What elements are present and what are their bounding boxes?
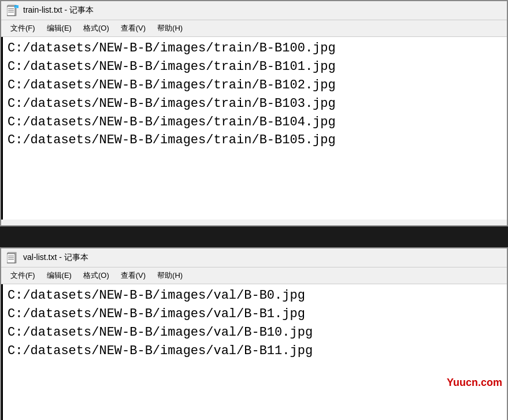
menu-format-train[interactable]: 格式(O) <box>79 22 114 35</box>
menu-bar-val: 文件(F) 编辑(E) 格式(O) 查看(V) 帮助(H) <box>1 267 507 284</box>
menu-help-train[interactable]: 帮助(H) <box>153 22 187 35</box>
menu-file-train[interactable]: 文件(F) <box>6 22 40 35</box>
file-line-val-3: C:/datasets/NEW-B-B/images/val/B-B11.jpg <box>8 342 505 360</box>
notepad-window-val: val-list.txt - 记事本 文件(F) 编辑(E) 格式(O) 查看(… <box>0 247 508 420</box>
file-line-train-1: C:/datasets/NEW-B-B/images/train/B-B101.… <box>8 58 505 76</box>
title-text-val: val-list.txt - 记事本 <box>23 252 88 263</box>
file-line-val-2: C:/datasets/NEW-B-B/images/val/B-B10.jpg <box>8 324 505 342</box>
notepad-icon-val <box>7 252 18 263</box>
menu-bar-train: 文件(F) 编辑(E) 格式(O) 查看(V) 帮助(H) <box>1 20 507 37</box>
title-text-train: train-list.txt - 记事本 <box>23 5 94 16</box>
svg-rect-10 <box>7 254 15 263</box>
menu-view-train[interactable]: 查看(V) <box>116 22 150 35</box>
menu-view-val[interactable]: 查看(V) <box>116 269 150 282</box>
svg-rect-2 <box>7 6 15 16</box>
content-area-train: C:/datasets/NEW-B-B/images/train/B-B100.… <box>1 37 507 220</box>
file-line-val-1: C:/datasets/NEW-B-B/images/val/B-B1.jpg <box>8 305 505 324</box>
menu-help-val[interactable]: 帮助(H) <box>153 269 187 282</box>
menu-edit-val[interactable]: 编辑(E) <box>42 269 76 282</box>
menu-file-val[interactable]: 文件(F) <box>6 269 40 282</box>
menu-edit-train[interactable]: 编辑(E) <box>42 22 76 35</box>
file-line-train-3: C:/datasets/NEW-B-B/images/train/B-B103.… <box>8 95 505 113</box>
separator <box>0 226 508 238</box>
title-bar-train: ✏ train-list.txt - 记事本 <box>1 1 507 20</box>
content-area-val: C:/datasets/NEW-B-B/images/val/B-B0.jpg … <box>1 284 507 420</box>
file-line-val-0: C:/datasets/NEW-B-B/images/val/B-B0.jpg <box>8 287 505 305</box>
menu-format-val[interactable]: 格式(O) <box>79 269 114 282</box>
file-line-train-4: C:/datasets/NEW-B-B/images/train/B-B104.… <box>8 113 505 132</box>
notepad-icon-train: ✏ <box>7 5 18 16</box>
file-line-train-0: C:/datasets/NEW-B-B/images/train/B-B100.… <box>8 39 505 58</box>
file-line-train-5: C:/datasets/NEW-B-B/images/train/B-B105.… <box>8 131 505 150</box>
watermark: Yuucn.com <box>447 377 502 389</box>
notepad-window-train: ✏ train-list.txt - 记事本 文件(F) 编辑(E) 格式(O)… <box>0 0 508 226</box>
title-bar-val: val-list.txt - 记事本 <box>1 248 507 267</box>
file-line-train-2: C:/datasets/NEW-B-B/images/train/B-B102.… <box>8 76 505 95</box>
